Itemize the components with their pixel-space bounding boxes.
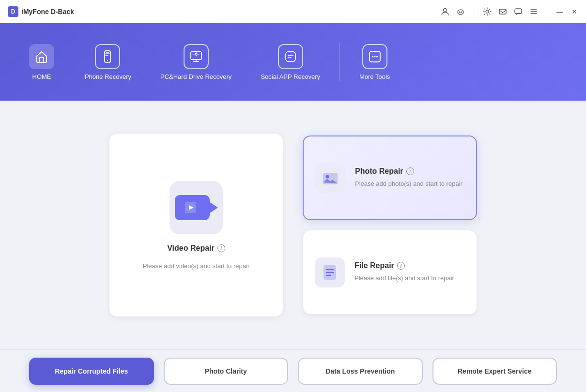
svg-rect-14 xyxy=(286,52,295,61)
svg-point-18 xyxy=(376,56,378,57)
photo-repair-card[interactable]: Photo Repair i Please add photo(s) and s… xyxy=(303,136,477,220)
more-icon xyxy=(362,44,387,69)
repair-corrupted-button[interactable]: Repair Corrupted Files xyxy=(29,358,154,385)
main-content: Video Repair i Please add video(s) and s… xyxy=(0,101,586,349)
pc-icon xyxy=(184,44,209,69)
svg-point-4 xyxy=(486,10,489,13)
separator xyxy=(474,7,474,16)
video-repair-card[interactable]: Video Repair i Please add video(s) and s… xyxy=(109,133,283,317)
video-camera-body xyxy=(175,195,210,220)
video-info-icon[interactable]: i xyxy=(217,244,225,252)
svg-point-0 xyxy=(444,8,447,12)
svg-point-3 xyxy=(461,11,462,12)
svg-point-11 xyxy=(107,60,108,60)
nav-bar: HOME iPhone Recovery PC&Hard Drive Recov… xyxy=(0,23,586,101)
photo-info-icon[interactable]: i xyxy=(406,167,414,175)
title-bar-icons: — ✕ xyxy=(441,7,578,16)
svg-point-22 xyxy=(326,175,329,178)
bottom-bar: Repair Corrupted Files Photo Clarity Dat… xyxy=(0,349,586,392)
video-repair-subtitle: Please add video(s) and start to repair xyxy=(143,262,249,270)
app-title: iMyFone D-Back xyxy=(21,8,74,15)
right-col: Photo Repair i Please add photo(s) and s… xyxy=(303,136,477,315)
home-icon xyxy=(29,44,54,69)
discord-icon[interactable] xyxy=(456,7,465,16)
photo-repair-text: Photo Repair i Please add photo(s) and s… xyxy=(355,167,463,188)
nav-item-social[interactable]: Social APP Recovery xyxy=(246,44,335,80)
file-repair-subtitle: Please add file(s) and start to repair xyxy=(355,274,454,283)
nav-pc-label: PC&Hard Drive Recovery xyxy=(160,73,231,80)
svg-point-2 xyxy=(459,11,460,12)
file-icon xyxy=(321,263,339,282)
settings-icon[interactable] xyxy=(483,7,492,16)
svg-point-17 xyxy=(374,56,375,57)
file-info-icon[interactable]: i xyxy=(397,262,405,270)
video-repair-title: Video Repair i xyxy=(167,244,225,253)
file-repair-text: File Repair i Please add file(s) and sta… xyxy=(355,261,454,283)
remote-expert-button[interactable]: Remote Expert Service xyxy=(432,358,557,385)
logo-letter: D xyxy=(8,6,18,17)
photo-icon xyxy=(321,169,339,187)
svg-point-1 xyxy=(458,10,463,15)
nav-more-label: More Tools xyxy=(359,73,390,80)
svg-rect-5 xyxy=(499,9,506,14)
mail-icon[interactable] xyxy=(498,7,507,16)
chat-icon[interactable] xyxy=(514,7,523,16)
photo-repair-subtitle: Please add photo(s) and start to repair xyxy=(355,180,463,188)
file-icon-wrap xyxy=(315,257,345,287)
svg-point-16 xyxy=(372,56,373,57)
file-repair-card[interactable]: File Repair i Please add file(s) and sta… xyxy=(303,230,477,315)
minimize-button[interactable]: — xyxy=(556,8,564,15)
photo-clarity-button[interactable]: Photo Clarity xyxy=(164,358,289,385)
camera-lens xyxy=(209,202,218,213)
app-logo: D iMyFone D-Back xyxy=(8,6,74,17)
nav-item-more[interactable]: More Tools xyxy=(345,44,404,80)
social-icon xyxy=(278,44,303,69)
photo-icon-wrap xyxy=(315,163,345,193)
nav-item-iphone[interactable]: iPhone Recovery xyxy=(69,44,146,80)
nav-item-pc[interactable]: PC&Hard Drive Recovery xyxy=(146,44,246,80)
nav-social-label: Social APP Recovery xyxy=(261,73,320,80)
data-loss-prevention-button[interactable]: Data Loss Prevention xyxy=(298,358,423,385)
title-bar: D iMyFone D-Back xyxy=(0,0,586,23)
iphone-icon xyxy=(95,44,120,69)
photo-repair-title: Photo Repair i xyxy=(355,167,463,176)
person-icon[interactable] xyxy=(441,7,449,16)
file-repair-title: File Repair i xyxy=(355,261,454,270)
nav-home-label: HOME xyxy=(32,73,51,80)
nav-item-home[interactable]: HOME xyxy=(10,44,69,80)
svg-rect-6 xyxy=(515,9,522,14)
nav-iphone-label: iPhone Recovery xyxy=(83,73,131,80)
video-icon-wrap xyxy=(170,181,223,234)
menu-icon[interactable] xyxy=(529,7,538,16)
close-button[interactable]: ✕ xyxy=(571,8,578,15)
separator2 xyxy=(547,7,547,16)
nav-separator xyxy=(339,43,340,81)
